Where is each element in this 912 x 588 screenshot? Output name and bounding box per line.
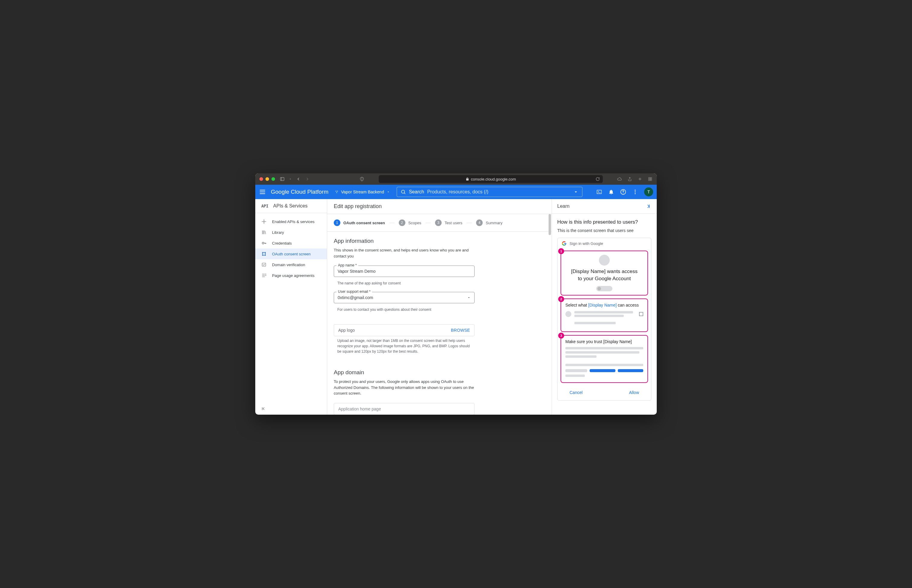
mock-cancel[interactable]: Cancel [570,390,583,395]
svg-point-21 [262,221,262,222]
search-icon [400,189,406,195]
learn-subtitle: This is the consent screen that users se… [557,228,651,233]
api-icon: API [261,204,269,208]
mock-actions: Cancel Allow [557,386,651,400]
project-picker[interactable]: Vapor Stream Backend [333,189,392,194]
plus-icon[interactable] [638,177,642,181]
svg-point-22 [266,221,266,222]
search-bar[interactable]: Search Products, resources, docs (/) [397,187,582,197]
oauth-icon [261,251,267,257]
svg-rect-32 [264,252,264,253]
google-logo-icon [562,241,567,246]
svg-line-12 [404,193,405,194]
minimize-window[interactable] [266,177,269,181]
app-logo-field[interactable]: App logo BROWSE [334,324,475,336]
url-bar[interactable]: console.cloud.google.com [379,175,603,183]
shield-icon[interactable] [360,177,364,181]
step-scopes[interactable]: 2Scopes [399,220,421,226]
app-name-label: App name * [337,263,358,267]
project-icon [335,190,339,194]
maximize-window[interactable] [271,177,275,181]
svg-point-9 [337,191,338,192]
svg-point-43 [266,274,266,275]
domain-icon [261,262,267,267]
svg-rect-5 [650,178,652,179]
svg-point-20 [264,223,264,224]
nav-page-usage[interactable]: Page usage agreements [255,270,327,281]
app-logo-label: App logo [338,328,355,333]
notifications-icon[interactable] [608,189,614,195]
browse-button[interactable]: BROWSE [451,328,470,333]
svg-rect-35 [265,254,266,254]
menu-icon[interactable] [259,188,266,195]
cloud-icon[interactable] [617,177,622,181]
browser-chrome: console.cloud.google.com [255,173,657,185]
svg-line-26 [265,231,266,234]
learn-question: How is this info presented to users? [557,219,651,225]
step-oauth-consent[interactable]: 1OAuth consent screen [334,220,385,226]
chevron-down-icon[interactable] [289,178,292,181]
sidebar: API APIs & Services Enabled APIs & servi… [255,199,327,415]
url-text: console.cloud.google.com [471,177,516,181]
reload-icon[interactable] [596,177,600,181]
more-icon[interactable] [632,189,638,195]
share-icon[interactable] [627,177,632,181]
close-learn-icon[interactable] [645,203,651,209]
sidebar-toggle-icon[interactable] [280,177,285,181]
forward-icon[interactable] [305,177,310,181]
svg-rect-38 [265,255,266,256]
traffic-lights [259,177,275,181]
svg-point-17 [635,191,635,192]
mock-card-1: 1 [Display Name] wants accessto your Goo… [560,250,648,296]
section-app-info-desc: This shows in the consent screen, and he… [334,247,478,259]
help-icon[interactable] [620,189,626,195]
svg-rect-39 [262,263,266,267]
nav-domain-verification[interactable]: Domain verification [255,259,327,270]
close-window[interactable] [259,177,263,181]
svg-rect-7 [650,179,652,181]
tabs-icon[interactable] [648,177,653,181]
learn-panel: Learn How is this info presented to user… [552,199,657,415]
nav-credentials[interactable]: Credentials [255,238,327,249]
main-content: Edit app registration 1OAuth consent scr… [327,199,657,415]
badge-1: 1 [558,248,564,254]
mock-card-3: 3 Make sure you trust [Display Name] [560,335,648,383]
user-avatar[interactable]: T [644,187,653,196]
mock-signin: Sign in with Google [557,238,651,249]
svg-point-18 [635,193,635,194]
chevron-down-icon [573,189,578,195]
step-test-users[interactable]: 3Test users [435,220,462,226]
mock-card-2: 2 Select what [Display Name] can access [560,299,648,332]
support-email-field: User support email * 0xtimc@gmail.com [334,292,475,303]
browser-window: console.cloud.google.com Google Cloud Pl… [255,173,657,415]
svg-point-10 [337,192,337,193]
app-name-helper: The name of the app asking for consent [334,279,475,286]
nav-enabled-apis[interactable]: Enabled APIs & services [255,216,327,227]
section-app-domain-desc: To protect you and your users, Google on… [334,379,478,396]
dropdown-icon [387,190,390,194]
learn-header: Learn [552,199,657,214]
svg-rect-6 [649,179,650,181]
svg-rect-36 [262,255,263,256]
cloud-shell-icon[interactable] [596,189,602,195]
form-area: Edit app registration 1OAuth consent scr… [327,199,552,415]
svg-point-8 [335,191,337,192]
platform-title[interactable]: Google Cloud Platform [271,189,328,195]
mock-allow[interactable]: Allow [629,390,639,395]
sidebar-header[interactable]: API APIs & Services [255,199,327,213]
badge-3: 3 [558,333,564,339]
nav-library[interactable]: Library [255,227,327,238]
nav-oauth-consent[interactable]: OAuth consent screen [255,249,327,259]
support-email-helper: For users to contact you with questions … [334,305,475,312]
page-title: Edit app registration [327,199,552,214]
back-icon[interactable] [296,177,301,181]
scrollbar[interactable] [549,214,551,235]
stepper: 1OAuth consent screen 2Scopes 3Test user… [327,214,552,232]
collapse-sidebar-icon[interactable] [261,406,266,411]
consent-mockup: Sign in with Google 1 [Display Name] wan… [557,238,651,401]
svg-rect-37 [264,255,264,256]
home-page-input[interactable]: Application home page [334,403,475,415]
svg-rect-4 [649,178,650,179]
step-summary[interactable]: 4Summary [476,220,502,226]
library-icon [261,229,267,235]
